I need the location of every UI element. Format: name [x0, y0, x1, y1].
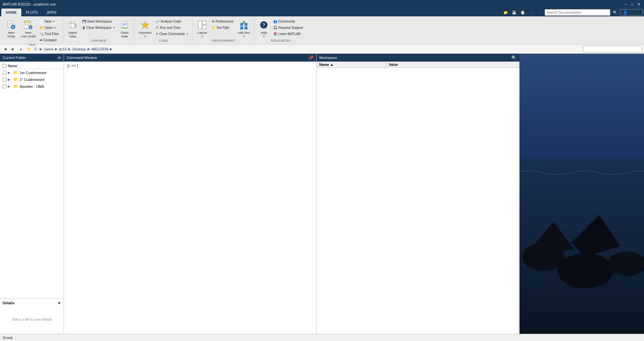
item-checkbox-3[interactable] — [3, 85, 7, 88]
prefs-stack: ⚙ Preferences 📁 Set Path — [210, 18, 235, 30]
new-live-script-icon: + — [23, 20, 33, 30]
maximize-button[interactable]: □ — [630, 2, 635, 7]
path-segment-users[interactable]: Users — [43, 47, 54, 51]
list-item[interactable]: ▶ 📁 2° Cuatrimestre — [0, 76, 64, 83]
ribbon-group-resources: ? Help ▼ 👥 Community 🎧 Request Support 📚… — [255, 18, 306, 43]
favorites-button[interactable]: Favorites ▼ — [137, 18, 153, 38]
variable-group-content: ImportData 💾 Save Workspace 🗑 Clear Work… — [66, 18, 132, 39]
compare-button[interactable]: ⇄ Compare — [38, 37, 60, 43]
clear-commands-button[interactable]: ✕ Clear Commands ▼ — [154, 31, 190, 37]
folder-name-header: Name — [0, 63, 64, 69]
clean-data-button[interactable]: CleanData — [117, 18, 132, 38]
compare-icon: ⇄ — [40, 38, 42, 42]
clear-workspace-icon: 🗑 — [82, 26, 86, 29]
command-prompt: fx >> — [67, 64, 313, 68]
path-segment-mecofin[interactable]: MECOFIN — [91, 47, 109, 51]
help-label: Help — [261, 31, 267, 34]
workspace-value-column[interactable]: Value — [386, 62, 519, 67]
ribbon-tabs-bar: HOME PLOTS APPS ↩ ↪ ⬆ 📁 💾 📋 ▶ ? 🔍 👤 Sign… — [0, 9, 644, 16]
new-button[interactable]: 📄 New ▼ — [38, 18, 60, 24]
find-files-button[interactable]: 🔍 Find Files — [38, 31, 60, 37]
window-controls: ─ □ ✕ — [623, 2, 641, 7]
path-segment-desktop[interactable]: Desktop — [71, 47, 87, 51]
toolbar-icon2[interactable]: 📁 — [502, 9, 509, 16]
toolbar-icon3[interactable]: 💾 — [511, 9, 518, 16]
compare-label: Compare — [43, 38, 57, 42]
file-group-label: FILE — [4, 43, 61, 47]
request-support-icon: 🎧 — [273, 26, 277, 29]
folder-search-input[interactable] — [583, 46, 642, 52]
redo-button[interactable]: ↪ — [485, 9, 492, 16]
preferences-button[interactable]: ⚙ Preferences — [210, 18, 235, 24]
command-window-pin-button[interactable]: 📌 — [308, 55, 314, 60]
command-window-body[interactable]: fx >> — [64, 62, 316, 334]
run-and-time-button[interactable]: ⏱ Run and Time — [154, 25, 190, 30]
folder-select-all-checkbox[interactable] — [3, 64, 7, 68]
community-button[interactable]: 👥 Community — [272, 18, 304, 24]
clear-commands-label: Clear Commands — [159, 32, 185, 36]
details-header[interactable]: Details ▼ — [3, 300, 61, 306]
import-data-button[interactable]: ImportData — [66, 18, 80, 38]
layout-button[interactable]: Layout ▼ — [195, 18, 209, 38]
folder-panel: Current Folder ⊙ Name ▶ 📁 1er Cuatrimest… — [0, 54, 64, 334]
analyze-code-button[interactable]: 🔎 Analyze Code — [154, 18, 190, 24]
learn-matlab-button[interactable]: 📚 Learn MATLAB — [272, 31, 304, 37]
open-button[interactable]: 📂 Open ▼ — [38, 25, 60, 30]
help-icon: ? — [259, 20, 269, 30]
toolbar-icon5[interactable]: ▶ — [528, 9, 535, 16]
save-workspace-button[interactable]: 💾 Save Workspace — [81, 18, 117, 24]
tab-plots[interactable]: PLOTS — [21, 9, 42, 16]
new-live-script-button[interactable]: + NewLive Script — [19, 18, 37, 38]
minimize-button[interactable]: ─ — [623, 2, 628, 7]
request-support-button[interactable]: 🎧 Request Support — [272, 25, 304, 30]
tab-apps[interactable]: APPS — [42, 9, 61, 16]
workspace-header: Workspace 🔍 — [317, 54, 519, 62]
learn-matlab-icon: 📚 — [273, 32, 277, 36]
new-script-button[interactable]: + NewScript — [4, 18, 18, 38]
item-checkbox-2[interactable] — [3, 78, 7, 82]
toolbar-icon1[interactable]: ⬆ — [494, 9, 501, 16]
help-button[interactable]: ? Help ▼ — [257, 18, 271, 38]
expand-btn-3[interactable]: ▶ — [8, 85, 12, 88]
environment-group-label: ENVIRONMENT — [195, 39, 252, 43]
close-button[interactable]: ✕ — [636, 2, 641, 7]
top-search-area: ↩ ↪ ⬆ 📁 💾 📋 ▶ ? 🔍 👤 Sign In — [477, 9, 643, 16]
folder-panel-menu-button[interactable]: ⊙ — [58, 55, 61, 60]
sign-in-button[interactable]: 👤 Sign In — [620, 9, 643, 16]
search-doc-button[interactable]: 🔍 — [612, 9, 619, 16]
workspace-name-column[interactable]: Name ▲ — [317, 62, 386, 67]
expand-btn-2[interactable]: ▶ — [8, 78, 12, 81]
add-ons-icon: + — [239, 20, 249, 30]
workspace-columns: Name ▲ Value — [317, 62, 519, 68]
folder-panel-header: Current Folder ⊙ — [0, 54, 64, 62]
workspace-name-label: Name — [319, 63, 329, 66]
list-item[interactable]: ▶ 📁 1er Cuatrimestre — [0, 69, 64, 76]
add-ons-arrow: ▼ — [243, 35, 245, 38]
navigation-bar: ◀ ▶ ▲ 📁 C: ▶ Users ▶ jlc15 ▶ Desktop ▶ M… — [0, 45, 644, 54]
app-title: MATLAB R2022b - academic use — [3, 2, 56, 6]
workspace-search-button[interactable]: 🔍 — [511, 55, 517, 60]
clear-workspace-label: Clear Workspace — [87, 26, 112, 29]
path-arrow-3: ▶ — [68, 47, 71, 51]
file-group-content: + NewScript + NewLive Scri — [4, 18, 61, 43]
path-segment-c[interactable]: C: — [33, 47, 39, 51]
undo-button[interactable]: ↩ — [477, 9, 484, 16]
set-path-button[interactable]: 📁 Set Path — [210, 25, 235, 30]
tab-home[interactable]: HOME — [1, 9, 21, 16]
favorites-label: Favorites — [139, 31, 151, 34]
path-segment-jlc15[interactable]: jlc15 — [58, 47, 68, 51]
item-checkbox-1[interactable] — [3, 71, 7, 75]
community-stack: 👥 Community 🎧 Request Support 📚 Learn MA… — [272, 18, 304, 37]
help-icon-btn[interactable]: ? — [536, 9, 543, 16]
ribbon-group-code: Favorites ▼ 🔎 Analyze Code ⏱ Run and Tim… — [135, 18, 192, 43]
expand-btn-1[interactable]: ▶ — [8, 71, 12, 74]
clean-data-label: CleanData — [121, 31, 129, 38]
add-ons-button[interactable]: + Add-Ons ▼ — [236, 18, 252, 38]
search-documentation-input[interactable] — [545, 9, 610, 16]
folder-icon-1: 📁 — [13, 70, 18, 75]
list-item[interactable]: ▶ 📁 Apuntes - UMA — [0, 83, 64, 90]
clear-workspace-button[interactable]: 🗑 Clear Workspace ▼ — [81, 25, 117, 30]
status-text: Ready — [3, 336, 13, 340]
workspace-body — [317, 68, 519, 334]
toolbar-icon4[interactable]: 📋 — [519, 9, 526, 16]
